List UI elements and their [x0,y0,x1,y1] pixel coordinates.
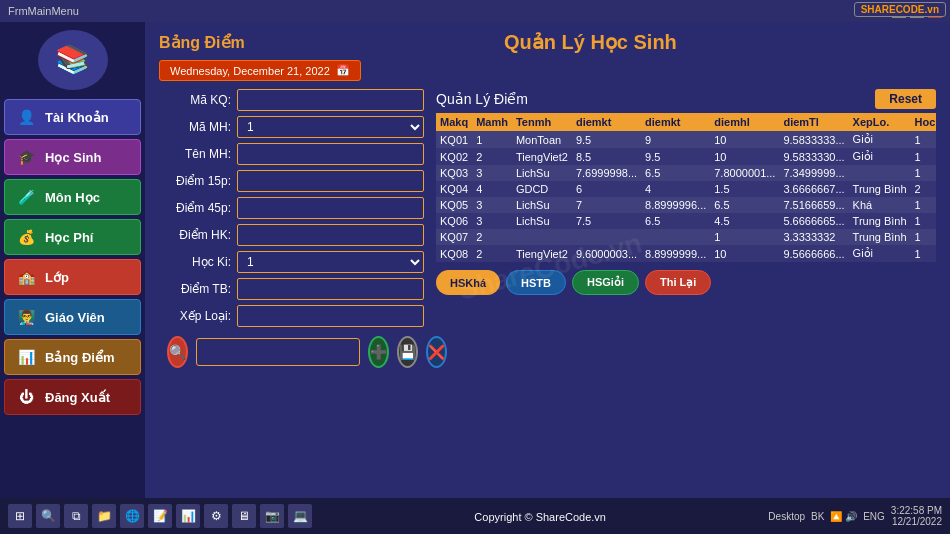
clock-date-value: 12/21/2022 [891,516,942,527]
cell-dtb: 3.6666667... [779,181,848,197]
cell-xeploai: Trung Bình [849,213,911,229]
hoc-ki-row: Học Ki: 1 2 [159,251,424,273]
table-row[interactable]: KQ06 3 LichSu 7.5 6.5 4.5 5.6666665... T… [436,213,936,229]
cell-tenmh: LichSu [512,165,572,181]
calendar-icon: 📅 [336,64,350,77]
ma-kq-row: Mã KQ: [159,89,424,111]
taskview-icon[interactable]: ⧉ [64,504,88,528]
sidebar-item-tai-khoan[interactable]: 👤 Tài Khoản [4,99,141,135]
sidebar-item-label: Giáo Viên [45,310,105,325]
table-row[interactable]: KQ03 3 LichSu 7.6999998... 6.5 7.8000001… [436,165,936,181]
cell-tenmh: MonToan [512,131,572,148]
sidebar-item-giao-vien[interactable]: 👨‍🏫 Giáo Viên [4,299,141,335]
taskbar-app7[interactable]: 📷 [260,504,284,528]
col-diemkt: diemkt [572,113,641,131]
cell-dtb: 3.3333332 [779,229,848,245]
diem-45p-input[interactable] [237,197,424,219]
diem-tb-input[interactable] [237,278,424,300]
form-toolbar: 🔍 ➕ 💾 ❌ [159,332,424,372]
hs-kha-button[interactable]: HSKhá [436,270,500,295]
cell-hocky: 1 [911,213,936,229]
cell-d1: 9.5 [572,131,641,148]
table-row[interactable]: KQ07 2 1 3.3333332 Trung Bình 1 [436,229,936,245]
ma-mh-select[interactable]: 1 2 3 4 [237,116,424,138]
date-value: Wednesday, December 21, 2022 [170,65,330,77]
col-xeploai: XepLo. [849,113,911,131]
sidebar: 📚 👤 Tài Khoản 🎓 Học Sinh 🧪 Môn Học 💰 Học… [0,22,145,498]
cell-makq: KQ02 [436,148,472,165]
sidebar-item-lop[interactable]: 🏫 Lớp [4,259,141,295]
ma-kq-label: Mã KQ: [159,93,231,107]
cell-hocky: 1 [911,229,936,245]
search-taskbar-icon[interactable]: 🔍 [36,504,60,528]
cell-d2: 8.8999999... [641,245,710,262]
table-row[interactable]: KQ01 1 MonToan 9.5 9 10 9.5833333... Giỏ… [436,131,936,148]
taskbar-app8[interactable]: 💻 [288,504,312,528]
cell-d2 [641,229,710,245]
add-button[interactable]: ➕ [368,336,389,368]
cell-dtb: 5.6666665... [779,213,848,229]
diem-15p-label: Điểm 15p: [159,174,231,188]
thi-lai-button[interactable]: Thi Lại [645,270,711,295]
taskbar-app2[interactable]: 🌐 [120,504,144,528]
cell-d1: 7 [572,197,641,213]
hoc-ki-select[interactable]: 1 2 [237,251,424,273]
content-header: Bảng Điểm Quản Lý Học Sinh [159,30,936,54]
taskbar-right: Desktop BK 🔼 🔊 ENG 3:22:58 PM 12/21/2022 [768,505,942,527]
copyright-text: Copyright © ShareCode.vn [474,511,606,523]
ma-kq-input[interactable] [237,89,424,111]
form-and-table: Mã KQ: Mã MH: 1 2 3 4 Tên MH: [159,89,936,372]
cell-d1: 7.6999998... [572,165,641,181]
taskbar-left: ⊞ 🔍 ⧉ 📁 🌐 📝 📊 ⚙ 🖥 📷 💻 [8,504,312,528]
taskbar: ⊞ 🔍 ⧉ 📁 🌐 📝 📊 ⚙ 🖥 📷 💻 Copyright © ShareC… [0,498,950,534]
taskbar-app4[interactable]: 📊 [176,504,200,528]
diem-15p-input[interactable] [237,170,424,192]
table-row[interactable]: KQ04 4 GDCD 6 4 1.5 3.6666667... Trung B… [436,181,936,197]
search-button[interactable]: 🔍 [167,336,188,368]
start-button[interactable]: ⊞ [8,504,32,528]
table-row[interactable]: KQ08 2 TiengViet2 9.6000003... 8.8999999… [436,245,936,262]
sidebar-item-hoc-sinh[interactable]: 🎓 Học Sinh [4,139,141,175]
hs-tb-button[interactable]: HSTB [506,270,566,295]
ten-mh-input[interactable] [237,143,424,165]
cell-dtb: 9.5833330... [779,148,848,165]
taskbar-app6[interactable]: 🖥 [232,504,256,528]
table-row[interactable]: KQ02 2 TiengViet2 8.5 9.5 10 9.5833330..… [436,148,936,165]
diem-45p-label: Điểm 45p: [159,201,231,215]
ma-mh-row: Mã MH: 1 2 3 4 [159,116,424,138]
diem-hk-input[interactable] [237,224,424,246]
table-row[interactable]: KQ05 3 LichSu 7 8.8999996... 6.5 7.51666… [436,197,936,213]
xep-loai-input[interactable] [237,305,424,327]
cell-mamh: 3 [472,165,512,181]
sidebar-item-label: Lớp [45,270,69,285]
cell-dtb: 9.5666666... [779,245,848,262]
cell-mamh: 4 [472,181,512,197]
sidebar-item-label: Đăng Xuất [45,390,110,405]
bk-label: BK [811,511,824,522]
cell-hocky: 1 [911,165,936,181]
cell-d1: 9.6000003... [572,245,641,262]
cell-d3: 4.5 [710,213,779,229]
hs-gioi-button[interactable]: HSGiỏi [572,270,639,295]
reset-button[interactable]: Reset [875,89,936,109]
cell-hocky: 1 [911,131,936,148]
taskbar-app3[interactable]: 📝 [148,504,172,528]
diem-table: Makq Mamh Tenmh diemkt diemkt diemhl die… [436,113,936,262]
save-button[interactable]: 💾 [397,336,418,368]
taskbar-app5[interactable]: ⚙ [204,504,228,528]
cell-tenmh [512,229,572,245]
sidebar-item-bang-diem[interactable]: 📊 Bảng Điểm [4,339,141,375]
sidebar-item-label: Học Sinh [45,150,101,165]
cell-tenmh: LichSu [512,213,572,229]
sidebar-item-hoc-phi[interactable]: 💰 Học Phí [4,219,141,255]
taskbar-app1[interactable]: 📁 [92,504,116,528]
cell-xeploai: Trung Bình [849,229,911,245]
sidebar-item-mon-hoc[interactable]: 🧪 Môn Học [4,179,141,215]
cell-d3: 7.8000001... [710,165,779,181]
tai-khoan-icon: 👤 [15,106,37,128]
cell-d3: 10 [710,131,779,148]
sidebar-item-dang-xuat[interactable]: ⏻ Đăng Xuất [4,379,141,415]
cell-dtb: 9.5833333... [779,131,848,148]
search-input[interactable] [196,338,360,366]
cell-hocky: 1 [911,245,936,262]
